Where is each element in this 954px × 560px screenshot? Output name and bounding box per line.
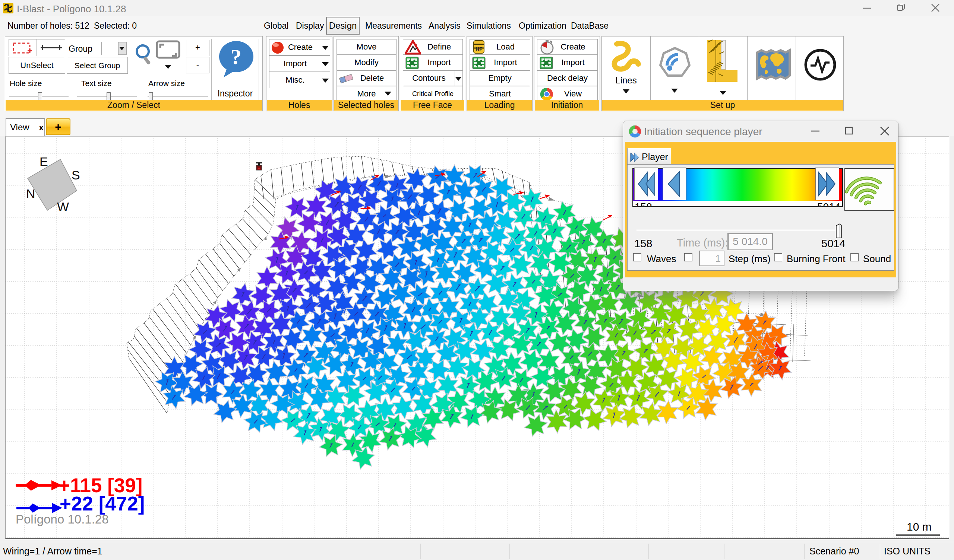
- svg-text:Polígono 10.1.28: Polígono 10.1.28: [16, 512, 109, 526]
- svg-text:W: W: [57, 199, 69, 214]
- svg-text:E: E: [39, 154, 48, 169]
- svg-text:HF: HF: [475, 46, 483, 52]
- svg-text:N: N: [26, 187, 36, 201]
- svg-text:+22 [472]: +22 [472]: [60, 493, 145, 515]
- svg-text:?: ?: [231, 45, 242, 69]
- svg-text:M: M: [257, 167, 260, 171]
- svg-text:S: S: [72, 168, 80, 182]
- svg-text:10 m: 10 m: [907, 521, 932, 533]
